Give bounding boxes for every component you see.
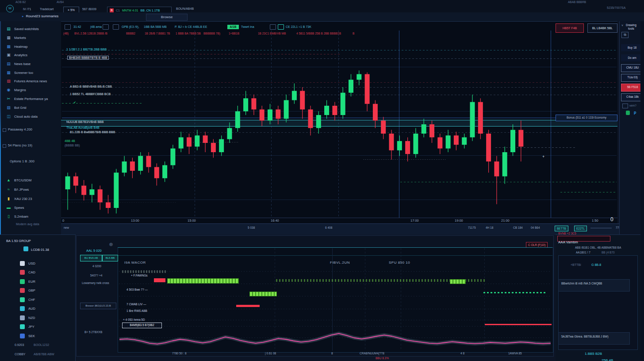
currency-row[interactable]: CAD (20, 269, 35, 275)
x-axis-tick: 17:00 (410, 219, 419, 223)
currency-row[interactable]: GBP (20, 288, 35, 293)
watchlist-item[interactable]: ≈ B/\ JPows (6, 186, 29, 192)
sidebar-item[interactable]: ▨ Bot Grid (6, 104, 27, 111)
watchlist-item[interactable]: ▲ BTC/USDM (6, 177, 31, 183)
order-button[interactable]: Buy 18 (621, 44, 643, 51)
chevron-down-icon[interactable]: ˅ (621, 24, 623, 27)
watchlist-item-icon: ▮ (6, 196, 11, 201)
record-icon[interactable]: ◎ (109, 242, 113, 246)
copy-label[interactable]: COBBY (15, 353, 26, 356)
watchlist-item[interactable]: ▯ S.2mbam (6, 213, 28, 219)
order-button[interactable]: Do am (621, 54, 643, 61)
panel-axis-label: CRA8/NUUM4(TT8 (360, 352, 384, 355)
panel-bar (119, 271, 552, 272)
sidebar-item-label: Futures America news (14, 79, 47, 83)
currency-row[interactable]: AUD (20, 306, 35, 311)
panel-axis-label: 4 8 (460, 352, 464, 355)
account-row[interactable]: 5AJBTwa Gbrea. BBTBLBJB8 J BW) (558, 332, 630, 345)
corner-text: AVB4 (57, 0, 64, 4)
platform-icon[interactable]: p (634, 110, 636, 115)
sidebar-nav: ▤ Saved watchlists ▦ Markets ▩ Heatmap ▣… (0, 21, 61, 234)
x-axis-tick: 19:00 (455, 219, 463, 223)
backtest-button[interactable]: BU BVA AB (80, 255, 102, 261)
status-badge[interactable]: BETTB (555, 226, 568, 231)
sidebar-item[interactable]: ◫ Cloud auto data (6, 113, 38, 119)
currency-row[interactable]: JPY (20, 324, 34, 330)
panel-divider (118, 255, 552, 256)
sidebar-item[interactable]: ▤ News base (6, 61, 31, 67)
sidebar-item-icon: ▧ (6, 79, 11, 83)
quote-value: 0.9203 (15, 343, 24, 346)
corner-text: ABAB BBBRB (568, 0, 586, 4)
currency-icon (23, 246, 28, 251)
sidebar-item[interactable]: ▩ Heatmap (6, 43, 27, 50)
sidebar-item[interactable]: ▣ Analytics (6, 52, 27, 58)
status-item: 5 038 (248, 226, 255, 229)
sidebar-item[interactable]: ▦ Screener too (6, 69, 33, 76)
topbar-nav-item[interactable]: Tradelcart (40, 8, 54, 11)
sidebar-item[interactable]: ◉ Margins (6, 87, 26, 93)
app-logo-icon[interactable]: M (6, 5, 14, 12)
watchlist-item[interactable]: ▬ Spews (6, 204, 24, 211)
checkbox[interactable] (3, 144, 6, 148)
panel-stat: 5407? +4 (90, 274, 102, 277)
currency-flag-icon (20, 270, 25, 275)
sparkline-label: B+ 5 2TBXXB (84, 330, 102, 334)
panel-bar (122, 270, 166, 273)
sidebar-item[interactable]: ✂ Estate Performance ya (6, 96, 48, 102)
sidebar-item-label: Heatmap (14, 45, 27, 49)
tool-icon[interactable]: ⧉ (621, 32, 629, 38)
currency-code: AUD (28, 307, 35, 311)
sidebar-item-label: News base (14, 62, 31, 66)
sidebar-item-icon: ▣ (6, 53, 11, 57)
account-title: AAA Vambm (558, 240, 578, 244)
tab-browse[interactable]: Browse (146, 14, 188, 21)
sidebar-section-plans[interactable]: 54 Plans (no 19) (8, 143, 32, 147)
x-axis-tick: 0 (62, 219, 64, 223)
equity-sparkline (118, 327, 552, 352)
candlestick-chart-area[interactable]: 31:42|4B amaGPB (E3 /9),1BB BA 5BB MBP. … (61, 21, 617, 235)
sidebar-item-label: Saved watchlists (14, 27, 39, 31)
currency-panel: BA 1.53 GROUP LCDB 01.38 USD CAD EUR (0, 234, 76, 361)
sidebar-section-positions[interactable]: Passaway 4.200 (8, 127, 32, 131)
checkbox[interactable] (3, 128, 6, 132)
sidebar-item[interactable]: ▧ Futures America news (6, 78, 47, 84)
currency-flag-icon (20, 324, 25, 329)
ticker-alert-icon: B (110, 8, 114, 12)
sidebar-item-icon: ▦ (6, 70, 11, 75)
currency-row[interactable]: SEK (20, 333, 35, 339)
topbar-nav-item[interactable]: IV /71 (23, 8, 31, 11)
tab-summaries[interactable]: ▸Round23 summaries (22, 14, 58, 18)
account-panel: AAA Vambm AB8 /B1B1 OBL, 4B ABBMATB8 BA … (556, 234, 640, 361)
status-item: 71175 (468, 226, 476, 229)
currency-code: CHF (28, 298, 35, 302)
currency-flag-icon (20, 306, 25, 311)
currency-row[interactable]: EUR (20, 279, 35, 284)
currency-row[interactable]: NZD (20, 315, 35, 321)
sidebar-item-label: Markets (14, 36, 26, 40)
topbar: AOB B2 AVB4 ABAB BBBRB M IV /71 Tradelca… (0, 0, 644, 13)
browser-selector[interactable]: Brewer |BO|1U3 23.B (80, 303, 116, 309)
panel-axis-label: 7780 50 : 8 (172, 352, 187, 355)
x-axis-tick: 1:50 (592, 219, 598, 223)
sidebar-item[interactable]: ▦ Markets (6, 35, 26, 41)
sidebar-item[interactable]: ▤ Saved watchlists (6, 26, 39, 32)
toggle-checkbox[interactable] (622, 104, 628, 108)
currency-code: NZD (28, 316, 35, 320)
currency-row[interactable]: USD (20, 261, 35, 266)
status-item: CB 184 (513, 226, 523, 229)
sidebar-item-label: Margins (14, 88, 26, 92)
corner-text: AOB B2 (15, 0, 26, 4)
topbar-nav-item[interactable]: BOUN/AB4B (176, 7, 194, 10)
panel-stat-label: Lowamwry rwik cross (82, 281, 109, 284)
account-row[interactable]: BBwrtchm i8 mB /NA.5 CWQBB (558, 279, 630, 292)
sidebar-section-options: Options 1 B .300 (10, 159, 34, 163)
account-subtitle: AB8 /B1B1 OBL, 4B ABBMATB8 BA (575, 246, 621, 249)
watchlist-item[interactable]: ▮ XAU 230 23 (6, 196, 32, 202)
panel-bar (119, 284, 552, 284)
status-badge[interactable]: E22TL (574, 226, 587, 231)
results-button[interactable]: BL5-BB (102, 255, 118, 261)
currency-flag-icon (20, 297, 25, 302)
currency-row[interactable]: CHF (20, 297, 35, 303)
topbar-nav-item[interactable]: 567 /B009 (82, 8, 96, 11)
